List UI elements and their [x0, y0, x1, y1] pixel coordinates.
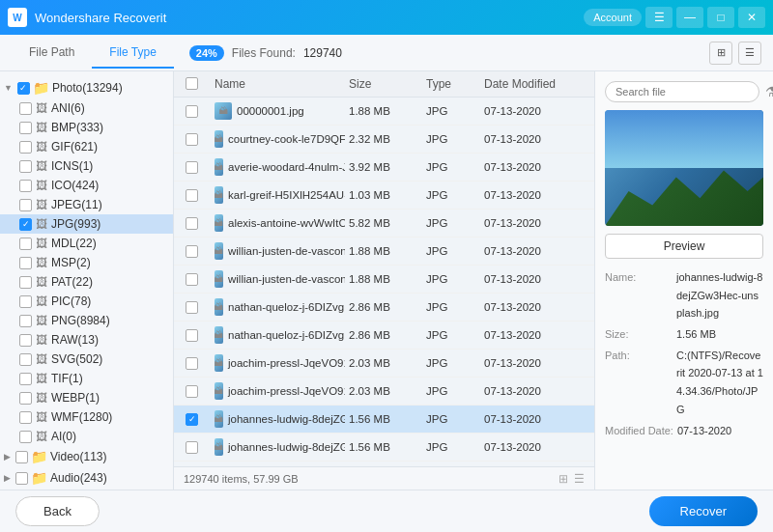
mdl-checkbox[interactable]: [19, 238, 32, 250]
table-row[interactable]: 🏔00000001.jpg 1.88 MB JPG 07-13-2020: [174, 98, 594, 126]
preview-button[interactable]: Preview: [605, 234, 763, 259]
msp-checkbox[interactable]: [19, 257, 32, 269]
sidebar-item-mdl[interactable]: 🖼 MDL(22): [0, 234, 173, 253]
header-checkbox-col[interactable]: [182, 77, 211, 91]
gif-label: GIF(621): [51, 140, 98, 154]
detail-modified-row: Modified Date: 07-13-2020: [605, 422, 763, 440]
photo-folder-icon: 📁: [33, 80, 49, 96]
files-found-label: Files Found:: [232, 46, 296, 60]
row-name: 🏔nathan-queloz-j-6DIZvguFc-unsplash...: [211, 298, 345, 316]
preview-sky: [605, 110, 763, 168]
table-row[interactable]: 🏔nathan-queloz-j-6DIZvguFc-unsplash... 2…: [174, 294, 594, 322]
table-row[interactable]: 🏔joachim-pressl-JqeVO91m1Go-unspl... 2.0…: [174, 350, 594, 378]
row-check[interactable]: [182, 161, 211, 174]
row-check[interactable]: [182, 217, 211, 230]
table-row[interactable]: 🏔joachim-pressl-JqeVO91m1Go-unspl... 2.0…: [174, 378, 594, 406]
jpeg-checkbox[interactable]: [19, 199, 32, 211]
tif-checkbox[interactable]: [19, 373, 32, 385]
minimize-button[interactable]: —: [676, 7, 703, 28]
close-button[interactable]: ✕: [738, 7, 765, 28]
table-row[interactable]: 🏔alexis-antoine-wvWwItCssr8-unsplan... 5…: [174, 210, 594, 238]
sidebar-item-icns[interactable]: 🖼 ICNS(1): [0, 156, 173, 176]
ani-checkbox[interactable]: [19, 102, 32, 115]
icns-checkbox[interactable]: [19, 160, 32, 173]
table-row[interactable]: 🏔johannes-ludwig-8dejZGw3Hec-unsp... 1.5…: [174, 406, 594, 434]
row-check[interactable]: [182, 413, 211, 426]
sidebar-item-tif[interactable]: 🖼 TIF(1): [0, 369, 173, 388]
gif-checkbox[interactable]: [19, 141, 32, 154]
sidebar-item-raw[interactable]: 🖼 RAW(13): [0, 330, 173, 350]
menu-button[interactable]: ☰: [645, 7, 673, 28]
row-check[interactable]: [182, 273, 211, 286]
sidebar-item-ani[interactable]: 🖼 ANI(6): [0, 98, 173, 118]
wmf-checkbox[interactable]: [19, 411, 32, 424]
sidebar-item-pic[interactable]: 🖼 PIC(78): [0, 292, 173, 311]
sidebar-item-ai[interactable]: 🖼 AI(0): [0, 427, 173, 446]
sidebar-item-bmp[interactable]: 🖼 BMP(333): [0, 118, 173, 137]
pat-checkbox[interactable]: [19, 276, 32, 289]
file-thumb-icon: 🏔: [215, 214, 223, 232]
grid-view-button[interactable]: ⊞: [709, 42, 732, 65]
sidebar-item-jpeg[interactable]: 🖼 JPEG(11): [0, 195, 173, 214]
recover-button[interactable]: Recover: [649, 496, 758, 526]
row-date: 07-13-2020: [480, 189, 587, 201]
sidebar-item-ico[interactable]: 🖼 ICO(424): [0, 176, 173, 195]
table-row[interactable]: 🏔averie-woodard-4nulm-JUYFo-unsplan... 3…: [174, 154, 594, 182]
pic-checkbox[interactable]: [19, 295, 32, 308]
photo-group-checkbox[interactable]: [17, 82, 30, 95]
table-row[interactable]: 🏔johannes-ludwig-8dejZGw3Hec-unsp... 1.5…: [174, 434, 594, 462]
sidebar-audio-group[interactable]: ▶ 📁 Audio(243): [0, 467, 173, 489]
bmp-file-icon: 🖼: [36, 121, 47, 134]
row-check[interactable]: [182, 329, 211, 342]
sidebar-video-group[interactable]: ▶ 📁 Video(113): [0, 446, 173, 467]
row-check[interactable]: [182, 105, 211, 118]
row-name: 🏔joachim-pressl-JqeVO91m1Go-unspl...: [211, 382, 345, 400]
row-check[interactable]: [182, 133, 211, 146]
table-row[interactable]: 🏔courtney-cook-le7D9QFiPr8-unsplan... 2.…: [174, 126, 594, 154]
table-row[interactable]: 🏔nathan-queloz-j-6DIZvguFc-unsplash... 2…: [174, 322, 594, 350]
sidebar-item-pat[interactable]: 🖼 PAT(22): [0, 272, 173, 292]
row-date: 07-13-2020: [480, 301, 587, 313]
jpg-checkbox[interactable]: [19, 218, 32, 231]
maximize-button[interactable]: □: [707, 7, 734, 28]
progress-badge: 24%: [189, 45, 224, 61]
row-check[interactable]: [182, 301, 211, 314]
video-group-checkbox[interactable]: [15, 451, 28, 463]
account-button[interactable]: Account: [584, 9, 642, 26]
raw-checkbox[interactable]: [19, 334, 32, 347]
sidebar-item-png[interactable]: 🖼 PNG(8984): [0, 311, 173, 330]
sidebar-item-wmf[interactable]: 🖼 WMF(1280): [0, 407, 173, 427]
sidebar-item-msp[interactable]: 🖼 MSP(2): [0, 253, 173, 272]
row-check[interactable]: [182, 385, 211, 398]
sidebar-item-jpg[interactable]: 🖼 JPG(993): [0, 214, 173, 234]
sidebar-item-svg[interactable]: 🖼 SVG(502): [0, 350, 173, 369]
png-checkbox[interactable]: [19, 315, 32, 327]
audio-group-checkbox[interactable]: [15, 472, 28, 485]
sidebar-item-webp[interactable]: 🖼 WEBP(1): [0, 388, 173, 407]
ai-checkbox[interactable]: [19, 431, 32, 443]
ico-checkbox[interactable]: [19, 180, 32, 192]
table-row[interactable]: 🏔willian-justen-de-vasconcellos-6SGa... …: [174, 266, 594, 294]
list-view-button[interactable]: ☰: [738, 42, 761, 65]
row-check[interactable]: [182, 245, 211, 258]
table-row[interactable]: 🏔karl-greif-H5IXlH254AU-unsplash.jpg 1.0…: [174, 182, 594, 210]
sidebar: ▼ 📁 Photo(13294) 🖼 ANI(6) 🖼 BMP(333) 🖼 G…: [0, 71, 174, 490]
webp-label: WEBP(1): [51, 391, 100, 405]
row-check[interactable]: [182, 189, 211, 202]
bmp-checkbox[interactable]: [19, 122, 32, 134]
row-check[interactable]: [182, 441, 211, 454]
svg-checkbox[interactable]: [19, 353, 32, 366]
row-check[interactable]: [182, 357, 211, 370]
select-all-checkbox[interactable]: [186, 77, 198, 90]
row-size: 1.88 MB: [345, 245, 422, 257]
tab-file-type[interactable]: File Type: [92, 38, 173, 69]
table-row[interactable]: 🏔willian-justen-de-vasconcellos-6SGa... …: [174, 238, 594, 266]
search-input[interactable]: [605, 81, 759, 102]
icns-label: ICNS(1): [51, 159, 93, 173]
sidebar-photo-group[interactable]: ▼ 📁 Photo(13294): [0, 77, 173, 98]
filter-icon[interactable]: ⚗: [765, 84, 773, 99]
back-button[interactable]: Back: [15, 496, 100, 526]
webp-checkbox[interactable]: [19, 392, 32, 405]
tab-file-path[interactable]: File Path: [12, 38, 92, 69]
sidebar-item-gif[interactable]: 🖼 GIF(621): [0, 137, 173, 156]
